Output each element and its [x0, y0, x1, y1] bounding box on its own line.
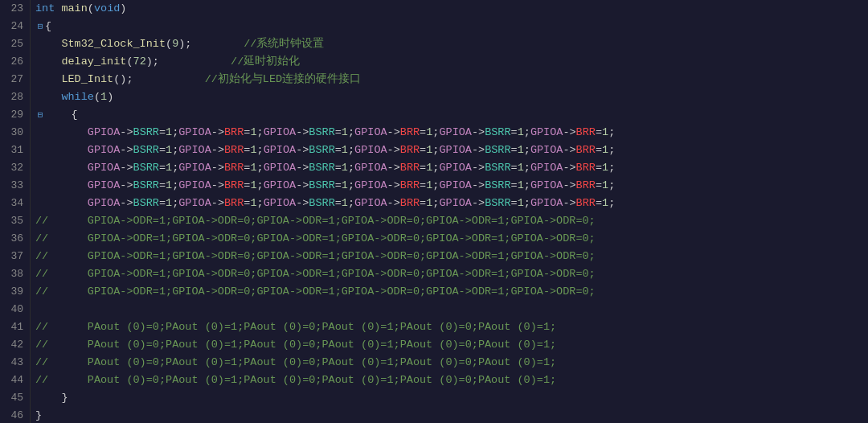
n1-34b: 1: [250, 195, 256, 212]
comment-37: // GPIOA->ODR=1;GPIOA->ODR=0;GPIOA->ODR=…: [35, 248, 596, 265]
brr-30d: BRR: [400, 124, 420, 142]
n1-30e: 1: [518, 124, 524, 142]
brr-30b: BRR: [224, 124, 244, 142]
brr-31b: BRR: [224, 142, 244, 159]
eq-34e: =: [511, 195, 518, 212]
semi-31b: ;: [257, 142, 264, 159]
code-line-43: // PAout (0)=0;PAout (0)=1;PAout (0)=0;P…: [35, 354, 863, 372]
arrow-33a: ->: [120, 177, 133, 195]
gpioa-31b: GPIOA: [178, 142, 211, 159]
eq-30c: =: [335, 124, 342, 142]
code-line-35: // GPIOA->ODR=1;GPIOA->ODR=0;GPIOA->ODR=…: [35, 212, 863, 230]
code-line-32: GPIOA->BSRR=1;GPIOA->BRR=1;GPIOA->BSRR=1…: [35, 159, 863, 177]
arrow-31f: ->: [563, 142, 575, 159]
code-line-46: }: [35, 407, 863, 423]
brr-32d: BRR: [400, 159, 420, 177]
ln-28: 28: [6, 88, 23, 106]
ln-45: 45: [6, 389, 23, 407]
brr-34d: BRR: [400, 195, 420, 212]
eq-30f: =: [596, 124, 602, 142]
eq-30e: =: [511, 124, 518, 142]
gpioa-33c: GPIOA: [264, 177, 297, 195]
n1-32a: 1: [166, 159, 172, 177]
collapse-indicator-24: ⊟: [35, 18, 45, 35]
semi-32a: ;: [172, 159, 178, 177]
empty-40: [35, 301, 42, 318]
code-line-39: // GPIOA->ODR=1;GPIOA->ODR=0;GPIOA->ODR=…: [35, 283, 863, 301]
ln-27: 27: [6, 71, 23, 88]
ln-24: 24: [6, 18, 23, 35]
code-line-44: // PAout (0)=0;PAout (0)=1;PAout (0)=0;P…: [35, 372, 863, 389]
eq-33a: =: [159, 177, 166, 195]
ln-43: 43: [6, 354, 23, 372]
eq-31c: =: [335, 142, 342, 159]
eq-33b: =: [244, 177, 250, 195]
fn-main: main: [61, 0, 87, 18]
arrow-31b: ->: [211, 142, 224, 159]
gpioa-32e: GPIOA: [439, 159, 472, 177]
ln-38: 38: [6, 265, 23, 283]
indent-29: {: [45, 106, 78, 124]
arrow-31a: ->: [120, 142, 133, 159]
indent-32: [35, 159, 88, 177]
code-line-27: LED_Init(); //初始化与LED连接的硬件接口: [35, 71, 863, 88]
semi-30e: ;: [524, 124, 530, 142]
semi-34b: ;: [257, 195, 264, 212]
semi-30b: ;: [257, 124, 264, 142]
brr-33f: BRR: [576, 177, 596, 195]
comment-26: //延时初始化: [231, 53, 300, 71]
semi-32c: ;: [348, 159, 354, 177]
plain-23a: [55, 0, 61, 18]
comment-39: // GPIOA->ODR=1;GPIOA->ODR=0;GPIOA->ODR=…: [35, 283, 596, 301]
bsrr-30c: BSRR: [309, 124, 334, 142]
fn-led-init: LED_Init: [61, 71, 113, 88]
ln-40: 40: [6, 301, 23, 318]
bsrr-30a: BSRR: [133, 124, 159, 142]
eq-30a: =: [159, 124, 166, 142]
semi-33d: ;: [432, 177, 439, 195]
ln-36: 36: [6, 230, 23, 248]
n1-30a: 1: [166, 124, 172, 142]
indent-34: [35, 195, 88, 212]
gpioa-33b: GPIOA: [178, 177, 211, 195]
indent-25: [35, 35, 61, 53]
brr-33d: BRR: [400, 177, 420, 195]
collapse-indicator-29: ⊟: [35, 106, 45, 124]
n1-33b: 1: [250, 177, 256, 195]
n1-33f: 1: [602, 177, 608, 195]
code-line-45: }: [35, 389, 863, 407]
code-line-38: // GPIOA->ODR=1;GPIOA->ODR=0;GPIOA->ODR=…: [35, 265, 863, 283]
semi-32f-end: ;: [608, 159, 615, 177]
gpioa-33d: GPIOA: [354, 177, 387, 195]
arrow-31e: ->: [472, 142, 485, 159]
ln-44: 44: [6, 372, 23, 389]
ln-37: 37: [6, 248, 23, 265]
gpioa-31d: GPIOA: [354, 142, 387, 159]
gpioa-30e: GPIOA: [439, 124, 472, 142]
code-line-34: GPIOA->BSRR=1;GPIOA->BRR=1;GPIOA->BSRR=1…: [35, 195, 863, 212]
n1-30c: 1: [342, 124, 348, 142]
plain-27a: ();: [113, 71, 204, 88]
eq-34d: =: [420, 195, 426, 212]
arrow-33d: ->: [387, 177, 400, 195]
n1-31c: 1: [342, 142, 348, 159]
fn-delay-init: delay_init: [61, 53, 126, 71]
arrow-32b: ->: [211, 159, 224, 177]
n1-33a: 1: [166, 177, 172, 195]
arrow-30e: ->: [472, 124, 485, 142]
semi-32e: ;: [524, 159, 530, 177]
gpioa-32b: GPIOA: [178, 159, 211, 177]
semi-34f-end: ;: [608, 195, 615, 212]
gpioa-32a: GPIOA: [88, 159, 121, 177]
brr-34b: BRR: [224, 195, 244, 212]
ln-46: 46: [6, 407, 23, 423]
code-line-29: ⊟ {: [35, 106, 863, 124]
eq-30b: =: [244, 124, 250, 142]
eq-34c: =: [335, 195, 342, 212]
gpioa-30f: GPIOA: [530, 124, 563, 142]
gpioa-31e: GPIOA: [439, 142, 472, 159]
bsrr-33e: BSRR: [485, 177, 510, 195]
code-line-31: GPIOA->BSRR=1;GPIOA->BRR=1;GPIOA->BSRR=1…: [35, 142, 863, 159]
arrow-33c: ->: [296, 177, 309, 195]
arrow-33b: ->: [211, 177, 224, 195]
